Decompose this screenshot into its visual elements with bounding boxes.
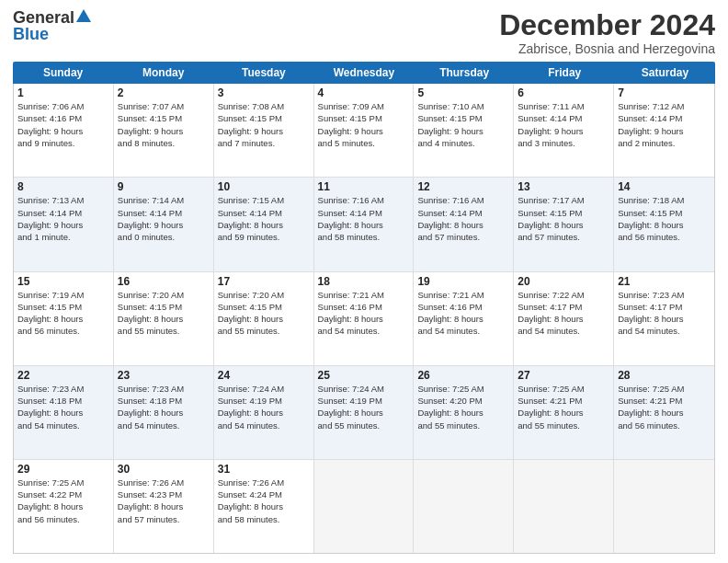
day-info: Sunrise: 7:18 AMSunset: 4:15 PMDaylight:… xyxy=(618,194,711,243)
day-cell-empty xyxy=(514,460,614,553)
day-number: 15 xyxy=(17,275,109,288)
day-cell-16: 16Sunrise: 7:20 AMSunset: 4:15 PMDayligh… xyxy=(114,272,214,365)
day-number: 24 xyxy=(218,369,310,382)
day-cell-25: 25Sunrise: 7:24 AMSunset: 4:19 PMDayligh… xyxy=(314,366,415,459)
day-info: Sunrise: 7:25 AMSunset: 4:20 PMDaylight:… xyxy=(417,383,509,431)
day-info: Sunrise: 7:14 AMSunset: 4:14 PMDaylight:… xyxy=(118,194,210,243)
day-number: 20 xyxy=(518,275,609,288)
title-block: December 2024 Zabrisce, Bosnia and Herze… xyxy=(499,9,715,56)
day-number: 21 xyxy=(618,275,711,288)
day-cell-19: 19Sunrise: 7:21 AMSunset: 4:16 PMDayligh… xyxy=(414,272,514,365)
day-info: Sunrise: 7:26 AMSunset: 4:24 PMDaylight:… xyxy=(218,477,310,525)
day-cell-13: 13Sunrise: 7:17 AMSunset: 4:15 PMDayligh… xyxy=(514,178,614,270)
day-info: Sunrise: 7:09 AMSunset: 4:15 PMDaylight:… xyxy=(318,100,410,149)
day-number: 4 xyxy=(318,86,410,99)
day-info: Sunrise: 7:21 AMSunset: 4:16 PMDaylight:… xyxy=(318,289,410,338)
day-info: Sunrise: 7:22 AMSunset: 4:17 PMDaylight:… xyxy=(518,289,609,338)
day-cell-23: 23Sunrise: 7:23 AMSunset: 4:18 PMDayligh… xyxy=(114,366,214,459)
day-number: 8 xyxy=(17,180,109,193)
day-number: 9 xyxy=(118,180,210,193)
calendar-row-4: 22Sunrise: 7:23 AMSunset: 4:18 PMDayligh… xyxy=(14,366,714,460)
day-info: Sunrise: 7:10 AMSunset: 4:15 PMDaylight:… xyxy=(417,100,509,149)
day-info: Sunrise: 7:16 AMSunset: 4:14 PMDaylight:… xyxy=(417,194,509,243)
day-number: 22 xyxy=(17,369,109,382)
day-number: 17 xyxy=(218,275,310,288)
day-info: Sunrise: 7:25 AMSunset: 4:21 PMDaylight:… xyxy=(618,383,711,431)
day-cell-24: 24Sunrise: 7:24 AMSunset: 4:19 PMDayligh… xyxy=(214,366,314,459)
day-cell-9: 9Sunrise: 7:14 AMSunset: 4:14 PMDaylight… xyxy=(114,178,214,270)
header-cell-friday: Friday xyxy=(515,62,615,84)
calendar-row-2: 8Sunrise: 7:13 AMSunset: 4:14 PMDaylight… xyxy=(14,178,714,271)
day-info: Sunrise: 7:07 AMSunset: 4:15 PMDaylight:… xyxy=(118,100,210,149)
day-info: Sunrise: 7:20 AMSunset: 4:15 PMDaylight:… xyxy=(218,289,310,338)
day-info: Sunrise: 7:23 AMSunset: 4:18 PMDaylight:… xyxy=(118,383,210,431)
day-number: 27 xyxy=(518,369,609,382)
day-number: 14 xyxy=(618,180,711,193)
day-info: Sunrise: 7:23 AMSunset: 4:17 PMDaylight:… xyxy=(618,289,711,338)
day-info: Sunrise: 7:25 AMSunset: 4:22 PMDaylight:… xyxy=(17,477,109,525)
day-number: 30 xyxy=(118,463,210,476)
header-cell-sunday: Sunday xyxy=(13,62,113,84)
day-cell-28: 28Sunrise: 7:25 AMSunset: 4:21 PMDayligh… xyxy=(614,366,714,459)
day-cell-31: 31Sunrise: 7:26 AMSunset: 4:24 PMDayligh… xyxy=(214,460,314,553)
day-number: 7 xyxy=(618,86,711,99)
day-info: Sunrise: 7:06 AMSunset: 4:16 PMDaylight:… xyxy=(17,100,109,149)
day-number: 28 xyxy=(618,369,711,382)
day-cell-27: 27Sunrise: 7:25 AMSunset: 4:21 PMDayligh… xyxy=(514,366,614,459)
day-cell-empty xyxy=(614,460,714,553)
day-number: 31 xyxy=(218,463,310,476)
day-info: Sunrise: 7:24 AMSunset: 4:19 PMDaylight:… xyxy=(218,383,310,431)
day-cell-12: 12Sunrise: 7:16 AMSunset: 4:14 PMDayligh… xyxy=(414,178,514,270)
day-info: Sunrise: 7:13 AMSunset: 4:14 PMDaylight:… xyxy=(17,194,109,243)
calendar-row-3: 15Sunrise: 7:19 AMSunset: 4:15 PMDayligh… xyxy=(14,272,714,366)
day-cell-6: 6Sunrise: 7:11 AMSunset: 4:14 PMDaylight… xyxy=(514,84,614,177)
day-number: 18 xyxy=(318,275,410,288)
day-info: Sunrise: 7:19 AMSunset: 4:15 PMDaylight:… xyxy=(17,289,109,338)
day-info: Sunrise: 7:12 AMSunset: 4:14 PMDaylight:… xyxy=(618,100,711,149)
day-number: 12 xyxy=(417,180,509,193)
day-info: Sunrise: 7:17 AMSunset: 4:15 PMDaylight:… xyxy=(518,194,609,243)
day-info: Sunrise: 7:08 AMSunset: 4:15 PMDaylight:… xyxy=(218,100,310,149)
day-cell-8: 8Sunrise: 7:13 AMSunset: 4:14 PMDaylight… xyxy=(14,178,114,270)
header: General Blue December 2024 Zabrisce, Bos… xyxy=(13,9,715,56)
day-number: 2 xyxy=(118,86,210,99)
day-info: Sunrise: 7:26 AMSunset: 4:23 PMDaylight:… xyxy=(118,477,210,525)
day-cell-1: 1Sunrise: 7:06 AMSunset: 4:16 PMDaylight… xyxy=(14,84,114,177)
location: Zabrisce, Bosnia and Herzegovina xyxy=(499,41,715,56)
day-number: 10 xyxy=(218,180,310,193)
day-number: 16 xyxy=(118,275,210,288)
day-info: Sunrise: 7:16 AMSunset: 4:14 PMDaylight:… xyxy=(318,194,410,243)
day-info: Sunrise: 7:24 AMSunset: 4:19 PMDaylight:… xyxy=(318,383,410,431)
day-cell-3: 3Sunrise: 7:08 AMSunset: 4:15 PMDaylight… xyxy=(214,84,314,177)
logo-icon xyxy=(76,9,91,22)
day-number: 13 xyxy=(518,180,609,193)
logo-general-text: General xyxy=(13,9,74,26)
day-info: Sunrise: 7:25 AMSunset: 4:21 PMDaylight:… xyxy=(518,383,609,431)
header-cell-tuesday: Tuesday xyxy=(213,62,313,84)
day-cell-14: 14Sunrise: 7:18 AMSunset: 4:15 PMDayligh… xyxy=(614,178,714,270)
day-number: 26 xyxy=(417,369,509,382)
logo: General Blue xyxy=(13,9,91,42)
day-info: Sunrise: 7:20 AMSunset: 4:15 PMDaylight:… xyxy=(118,289,210,338)
day-cell-15: 15Sunrise: 7:19 AMSunset: 4:15 PMDayligh… xyxy=(14,272,114,365)
header-cell-wednesday: Wednesday xyxy=(313,62,414,84)
day-cell-21: 21Sunrise: 7:23 AMSunset: 4:17 PMDayligh… xyxy=(614,272,714,365)
day-cell-empty xyxy=(414,460,514,553)
calendar-body: 1Sunrise: 7:06 AMSunset: 4:16 PMDaylight… xyxy=(13,84,715,554)
month-title: December 2024 xyxy=(499,9,715,41)
day-info: Sunrise: 7:15 AMSunset: 4:14 PMDaylight:… xyxy=(218,194,310,243)
day-cell-20: 20Sunrise: 7:22 AMSunset: 4:17 PMDayligh… xyxy=(514,272,614,365)
calendar-row-1: 1Sunrise: 7:06 AMSunset: 4:16 PMDaylight… xyxy=(14,84,714,178)
day-cell-11: 11Sunrise: 7:16 AMSunset: 4:14 PMDayligh… xyxy=(314,178,415,270)
day-cell-2: 2Sunrise: 7:07 AMSunset: 4:15 PMDaylight… xyxy=(114,84,214,177)
day-cell-17: 17Sunrise: 7:20 AMSunset: 4:15 PMDayligh… xyxy=(214,272,314,365)
day-cell-22: 22Sunrise: 7:23 AMSunset: 4:18 PMDayligh… xyxy=(14,366,114,459)
day-cell-10: 10Sunrise: 7:15 AMSunset: 4:14 PMDayligh… xyxy=(214,178,314,270)
header-cell-monday: Monday xyxy=(113,62,213,84)
day-cell-18: 18Sunrise: 7:21 AMSunset: 4:16 PMDayligh… xyxy=(314,272,415,365)
day-info: Sunrise: 7:23 AMSunset: 4:18 PMDaylight:… xyxy=(17,383,109,431)
day-info: Sunrise: 7:21 AMSunset: 4:16 PMDaylight:… xyxy=(417,289,509,338)
day-cell-empty xyxy=(314,460,415,553)
day-number: 29 xyxy=(17,463,109,476)
day-number: 6 xyxy=(518,86,609,99)
